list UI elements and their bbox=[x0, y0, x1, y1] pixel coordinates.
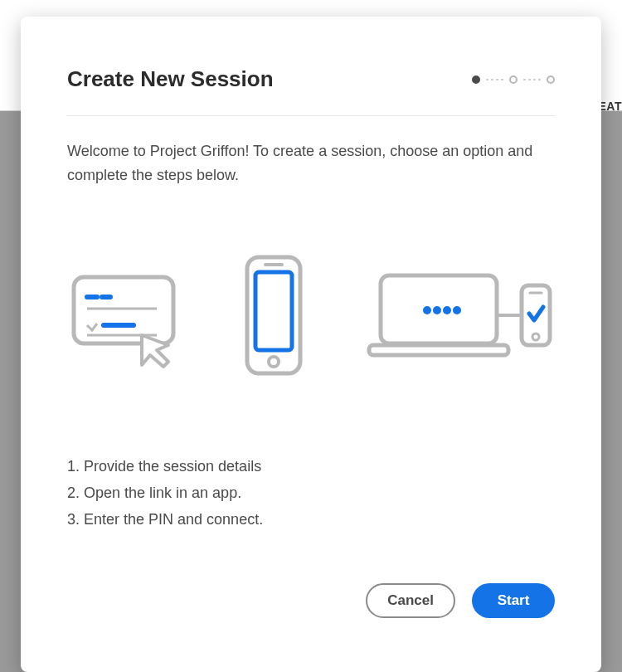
svg-point-14 bbox=[453, 306, 461, 314]
intro-text: Welcome to Project Griffon! To create a … bbox=[67, 139, 555, 187]
background-partial-button: EAT bbox=[599, 100, 622, 113]
svg-point-18 bbox=[532, 334, 539, 340]
wizard-stepper bbox=[472, 75, 555, 84]
create-session-modal: Create New Session Welcome to Project Gr… bbox=[21, 17, 601, 672]
steps-list: 1. Provide the session details 2. Open t… bbox=[67, 453, 555, 533]
step-dot-3 bbox=[547, 75, 555, 84]
laptop-phone-icon bbox=[362, 270, 553, 362]
modal-footer: Cancel Start bbox=[67, 583, 555, 618]
step-dot-2 bbox=[509, 75, 518, 84]
svg-point-11 bbox=[423, 306, 431, 314]
step-item-1: 1. Provide the session details bbox=[67, 453, 555, 480]
svg-rect-0 bbox=[74, 277, 173, 343]
step-item-3: 3. Enter the PIN and connect. bbox=[67, 506, 555, 533]
modal-header: Create New Session bbox=[67, 66, 555, 116]
modal-title: Create New Session bbox=[67, 66, 274, 92]
step-connector bbox=[486, 79, 503, 80]
step-item-2: 2. Open the link in an app. bbox=[67, 480, 555, 506]
svg-point-12 bbox=[433, 306, 441, 314]
form-cursor-icon bbox=[69, 262, 185, 370]
illustration-row bbox=[67, 254, 555, 378]
svg-point-13 bbox=[443, 306, 451, 314]
start-button[interactable]: Start bbox=[472, 583, 555, 618]
step-connector bbox=[523, 79, 541, 80]
svg-rect-10 bbox=[369, 345, 508, 355]
step-dot-1 bbox=[472, 75, 480, 84]
cancel-button[interactable]: Cancel bbox=[366, 583, 455, 618]
phone-icon bbox=[241, 254, 307, 378]
svg-point-8 bbox=[269, 357, 279, 367]
svg-rect-6 bbox=[255, 272, 292, 350]
